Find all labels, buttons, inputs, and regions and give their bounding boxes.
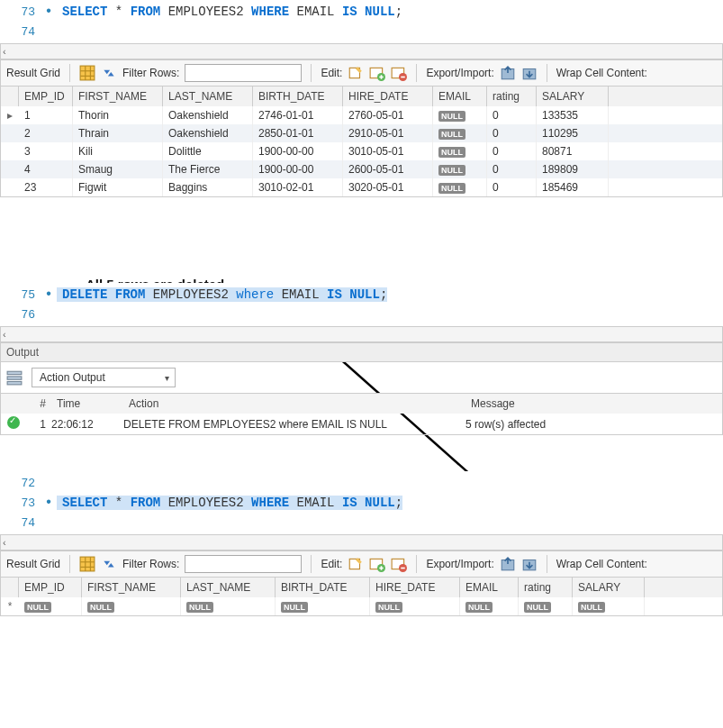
add-row-icon[interactable]	[369, 65, 385, 81]
output-list-icon[interactable]	[6, 369, 23, 386]
code-line[interactable]: 73•SELECT * FROM EMPLOYEES2 WHERE EMAIL …	[0, 493, 723, 513]
cell[interactable]: 189809	[537, 160, 609, 178]
column-header[interactable]: rating	[519, 578, 573, 597]
column-header[interactable]: BIRTH_DATE	[276, 578, 370, 597]
import-icon[interactable]	[521, 65, 538, 81]
cell[interactable]: 2	[19, 124, 73, 142]
column-header[interactable]: FIRST_NAME	[73, 86, 163, 106]
cell[interactable]: NULL	[460, 597, 519, 615]
cell[interactable]: NULL	[433, 142, 487, 160]
hscroll-left-1[interactable]: ‹	[0, 43, 723, 59]
row-selector[interactable]: ▸	[1, 109, 19, 122]
cell[interactable]: 3	[19, 142, 73, 160]
filter-rows-input-2[interactable]	[185, 555, 302, 573]
code-text[interactable]: DELETE FROM EMPLOYEES2 where EMAIL IS NU…	[57, 287, 387, 302]
cell[interactable]: 80871	[537, 142, 609, 160]
cell[interactable]: NULL	[276, 597, 370, 615]
cell[interactable]: 2600-05-01	[343, 160, 433, 178]
cell[interactable]: 3010-02-01	[253, 178, 343, 196]
column-header[interactable]: HIRE_DATE	[370, 578, 460, 597]
cell[interactable]: 0	[487, 178, 537, 196]
output-row[interactable]: 1 22:06:12 DELETE FROM EMPLOYEES2 where …	[1, 414, 722, 434]
table-row[interactable]: 3KiliDolittle1900-00-003010-05-01NULL080…	[1, 142, 722, 160]
cell[interactable]: Kili	[73, 142, 163, 160]
cell[interactable]: 185469	[537, 178, 609, 196]
export-icon-2[interactable]	[500, 556, 516, 572]
cell[interactable]: Oakenshield	[163, 124, 253, 142]
cell[interactable]: 0	[487, 142, 537, 160]
filter-rows-input[interactable]	[185, 64, 302, 82]
cell[interactable]: Dolittle	[163, 142, 253, 160]
row-selector[interactable]: *	[1, 600, 19, 613]
cell[interactable]: NULL	[181, 597, 276, 615]
table-row[interactable]: 4SmaugThe Fierce1900-00-002600-05-01NULL…	[1, 160, 722, 178]
cell[interactable]: Oakenshield	[163, 106, 253, 124]
table-row[interactable]: ▸1ThorinOakenshield2746-01-012760-05-01N…	[1, 106, 722, 124]
cell[interactable]: Thrain	[73, 124, 163, 142]
cell[interactable]: Figwit	[73, 178, 163, 196]
column-header[interactable]: FIRST_NAME	[82, 578, 181, 597]
table-row[interactable]: 23FigwitBaggins3010-02-013020-05-01NULL0…	[1, 178, 722, 196]
cell[interactable]: NULL	[370, 597, 460, 615]
column-header[interactable]: LAST_NAME	[163, 86, 253, 106]
cell[interactable]: 2850-01-01	[253, 124, 343, 142]
cell[interactable]: NULL	[433, 160, 487, 178]
cell[interactable]: NULL	[82, 597, 181, 615]
cell[interactable]: NULL	[19, 597, 82, 615]
column-header[interactable]: HIRE_DATE	[343, 86, 433, 106]
code-text[interactable]: SELECT * FROM EMPLOYEES2 WHERE EMAIL IS …	[57, 5, 402, 19]
import-icon-2[interactable]	[521, 556, 538, 572]
cell[interactable]: 0	[487, 106, 537, 124]
cell[interactable]: 110295	[537, 124, 609, 142]
cell[interactable]: NULL	[519, 597, 573, 615]
cell[interactable]: 23	[19, 178, 73, 196]
sql-editor-3[interactable]: 7273•SELECT * FROM EMPLOYEES2 WHERE EMAI…	[0, 471, 723, 534]
cell[interactable]: The Fierce	[163, 160, 253, 178]
hscroll-left-3[interactable]: ‹	[0, 534, 723, 551]
table-row[interactable]: 2ThrainOakenshield2850-01-012910-05-01NU…	[1, 124, 722, 142]
column-header[interactable]: EMP_ID	[19, 578, 82, 597]
cell[interactable]: 2760-05-01	[343, 106, 433, 124]
sql-editor-1[interactable]: 73•SELECT * FROM EMPLOYEES2 WHERE EMAIL …	[0, 0, 723, 43]
column-header[interactable]: BIRTH_DATE	[253, 86, 343, 106]
column-header[interactable]: EMAIL	[433, 86, 487, 106]
filter-swap-icon-2[interactable]	[101, 556, 117, 572]
breakpoint-gutter[interactable]: •	[41, 287, 57, 302]
export-icon[interactable]	[500, 65, 516, 81]
column-header[interactable]: rating	[487, 86, 537, 106]
column-header[interactable]: EMP_ID	[19, 86, 73, 106]
cell[interactable]: 4	[19, 160, 73, 178]
cell[interactable]: Thorin	[73, 106, 163, 124]
code-line[interactable]: 74	[0, 513, 723, 532]
code-text[interactable]: SELECT * FROM EMPLOYEES2 WHERE EMAIL IS …	[57, 496, 402, 510]
cell[interactable]: 1900-00-00	[253, 142, 343, 160]
table-row-empty[interactable]: *NULLNULLNULLNULLNULLNULLNULLNULL	[1, 597, 722, 615]
breakpoint-gutter[interactable]: •	[41, 5, 57, 19]
output-type-dropdown[interactable]: Action Output	[32, 368, 176, 387]
delete-row-icon[interactable]	[391, 65, 407, 81]
column-header[interactable]: EMAIL	[460, 578, 519, 597]
edit-icon-2[interactable]	[348, 556, 364, 572]
cell[interactable]: NULL	[433, 178, 487, 196]
cell[interactable]: 2910-05-01	[343, 124, 433, 142]
hscroll-left-2[interactable]: ‹	[0, 326, 723, 342]
delete-row-icon-2[interactable]	[391, 556, 407, 572]
code-line[interactable]: 74	[0, 22, 723, 41]
add-row-icon-2[interactable]	[369, 556, 385, 572]
code-line[interactable]: 75•DELETE FROM EMPLOYEES2 where EMAIL IS…	[0, 285, 723, 305]
code-line[interactable]: 72	[0, 473, 723, 493]
cell[interactable]: NULL	[433, 124, 487, 142]
cell[interactable]: Baggins	[163, 178, 253, 196]
cell[interactable]: 1	[19, 106, 73, 124]
cell[interactable]: NULL	[433, 106, 487, 124]
cell[interactable]: 0	[487, 124, 537, 142]
grid-view-icon-2[interactable]	[79, 556, 95, 572]
column-header[interactable]: SALARY	[573, 578, 645, 597]
filter-swap-icon[interactable]	[101, 65, 117, 81]
cell[interactable]: Smaug	[73, 160, 163, 178]
sql-editor-2[interactable]: 75•DELETE FROM EMPLOYEES2 where EMAIL IS…	[0, 283, 723, 326]
cell[interactable]: 3020-05-01	[343, 178, 433, 196]
column-header[interactable]: SALARY	[537, 86, 609, 106]
column-header[interactable]: LAST_NAME	[181, 578, 276, 597]
code-line[interactable]: 73•SELECT * FROM EMPLOYEES2 WHERE EMAIL …	[0, 2, 723, 22]
